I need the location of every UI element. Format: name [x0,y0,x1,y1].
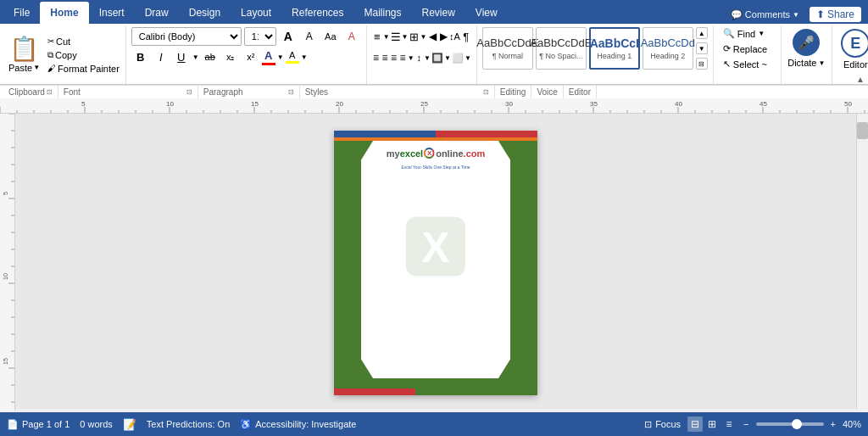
paste-button[interactable]: 📋 Paste ▼ [5,36,43,75]
align-left-button[interactable]: ≡ [372,48,380,67]
comments-button[interactable]: 💬 Comments ▼ [724,8,806,22]
align-center-button[interactable]: ≡ [381,48,388,67]
align-right-button[interactable]: ≡ [390,48,398,67]
clipboard-group-label[interactable]: Clipboard ⊡ [3,86,58,98]
bullets-button[interactable]: ≡ [372,27,382,46]
tab-insert[interactable]: Insert [89,2,135,24]
multilevel-dropdown[interactable]: ▼ [420,33,426,41]
shading-dropdown[interactable]: ▼ [444,54,451,62]
tab-layout[interactable]: Layout [231,2,281,24]
decrease-indent-button[interactable]: ◀ [427,27,437,46]
subscript-button[interactable]: x₂ [221,48,240,66]
tab-references[interactable]: References [281,2,353,24]
focus-icon: ⊡ [644,419,652,430]
tab-home[interactable]: Home [40,2,88,24]
vertical-scrollbar[interactable] [856,114,868,409]
comments-dropdown-icon: ▼ [793,11,799,19]
watermark-x: X [402,213,470,283]
paragraph-group-label[interactable]: Paragraph ⊡ [198,86,300,98]
editor-icon: E [841,29,868,58]
select-button[interactable]: ↖ Select ~ [721,58,774,70]
logo-area: my excel X online .com [387,148,486,159]
shading-button[interactable]: 🔲 [431,48,443,67]
show-marks-button[interactable]: ¶ [461,27,471,46]
borders-dropdown[interactable]: ▼ [465,54,471,62]
styles-scroll-down[interactable]: ▼ [696,42,708,54]
zoom-in-button[interactable]: + [831,419,836,429]
zoom-level[interactable]: 40% [843,419,861,429]
font-name-select[interactable]: Calibri (Body) [131,27,242,46]
copy-icon: ⧉ [47,50,53,60]
italic-button[interactable]: I [152,48,170,66]
tab-view[interactable]: View [465,2,508,24]
page-icon: 📄 [7,419,19,430]
voice-group-label[interactable]: Voice [531,86,563,98]
bold-button[interactable]: B [131,48,150,66]
find-button[interactable]: 🔍 Find ▼ [721,27,774,40]
track-changes-icon: 📝 [123,418,136,431]
text-predictions-status[interactable]: Text Predictions: On [147,419,230,429]
styles-group-label[interactable]: Styles ⊡ [300,86,495,98]
zoom-slider[interactable] [756,422,824,426]
page-info: 📄 Page 1 of 1 [7,419,70,430]
tab-file[interactable]: File [3,2,40,24]
share-icon: ⬆ [816,8,825,20]
numbering-button[interactable]: ☰ [391,27,401,46]
highlight-button[interactable]: A [286,50,299,64]
editor-group-label[interactable]: Editor [564,86,597,98]
styles-expand[interactable]: ⊟ [696,58,708,70]
focus-button[interactable]: ⊡ Focus [644,419,681,430]
font-shrink-button[interactable]: A [300,27,319,46]
style-no-spacing[interactable]: AaBbCcDdE ¶ No Spaci... [536,27,587,70]
print-layout-button[interactable]: ⊟ [687,416,703,432]
collapse-ribbon-button[interactable]: ▲ [853,73,868,85]
tab-draw[interactable]: Draw [135,2,179,24]
sort-button[interactable]: ↕A [449,27,460,46]
font-grow-button[interactable]: A [279,27,298,46]
numbering-dropdown[interactable]: ▼ [402,33,409,41]
format-painter-button[interactable]: 🖌 Format Painter [45,63,122,75]
paste-dropdown-icon: ▼ [33,64,40,71]
tab-design[interactable]: Design [179,2,231,24]
find-dropdown-icon: ▼ [758,30,765,37]
line-spacing-button[interactable]: ↕ [415,48,423,67]
read-mode-button[interactable]: ≡ [721,416,737,432]
accessibility-status[interactable]: ♿ Accessibility: Investigate [240,419,356,430]
style-heading1[interactable]: AaBbCcI Heading 1 [589,27,640,70]
style-heading2[interactable]: AaBbCcDd Heading 2 [643,27,693,70]
strikethrough-button[interactable]: ab [201,48,220,66]
style-normal[interactable]: AaBbCcDdE ¶ Normal [482,27,533,70]
increase-indent-button[interactable]: ▶ [438,27,448,46]
change-case-button[interactable]: Aa [321,27,340,46]
replace-button[interactable]: ⟳ Replace [721,42,774,55]
superscript-button[interactable]: x² [242,48,260,66]
multilevel-button[interactable]: ⊞ [409,27,420,46]
alignment-dropdown[interactable]: ▼ [408,54,415,62]
styles-scroll-buttons: ▲ ▼ ⊟ [696,27,708,70]
styles-scroll-up[interactable]: ▲ [696,27,708,39]
justify-button[interactable]: ≡ [398,48,406,67]
dictate-button[interactable]: 🎤 Dictate ▼ [782,27,830,70]
editor-button[interactable]: E Editor [837,27,868,71]
font-size-select[interactable]: 11 [244,27,276,46]
underline-dropdown[interactable]: ▼ [192,53,199,61]
cut-button[interactable]: ✂ Cut [45,36,122,48]
underline-button[interactable]: U [172,48,191,66]
web-layout-button[interactable]: ⊞ [704,416,720,432]
select-icon: ↖ [723,59,731,70]
editing-group-label[interactable]: Editing [495,86,532,98]
clear-formatting-button[interactable]: A [342,27,361,46]
text-color-dropdown[interactable]: ▼ [277,53,284,61]
highlight-dropdown[interactable]: ▼ [301,53,308,61]
share-button[interactable]: ⬆ Share [810,7,861,22]
bullets-dropdown[interactable]: ▼ [383,33,390,41]
text-color-button[interactable]: A [262,49,275,65]
copy-button[interactable]: ⧉ Copy [45,49,122,61]
zoom-out-button[interactable]: − [743,419,748,429]
line-spacing-dropdown[interactable]: ▼ [424,54,431,62]
font-group-label[interactable]: Font ⊡ [58,86,198,98]
tab-mailings[interactable]: Mailings [353,2,411,24]
tab-review[interactable]: Review [412,2,465,24]
borders-button[interactable]: ⬜ [452,48,464,67]
document-canvas: my excel X online .com Excel Your Skills… [15,114,856,409]
